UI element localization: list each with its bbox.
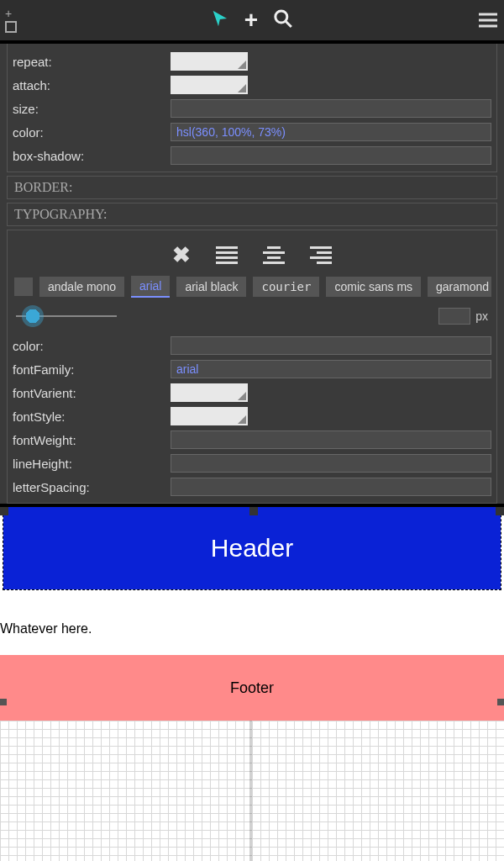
rect-tool-icon[interactable] xyxy=(5,21,17,33)
input-fontweight[interactable] xyxy=(171,430,491,449)
input-fontfamily[interactable]: arial xyxy=(171,360,491,378)
label-fontweight: fontWeight: xyxy=(13,433,164,447)
properties-panel: repeat: attach: size: color: hsl(360, 10… xyxy=(0,44,504,504)
design-canvas[interactable]: Header Whatever here. Footer xyxy=(0,507,504,861)
dropdown-fontstyle[interactable] xyxy=(171,407,248,425)
font-chip-row: andale monoarialarial blackcouriercomic … xyxy=(13,272,491,301)
font-none-chip[interactable] xyxy=(14,277,33,296)
font-chip-andale-mono[interactable]: andale mono xyxy=(39,277,124,297)
font-chip-arial-black[interactable]: arial black xyxy=(176,277,246,297)
add-small-icon[interactable]: + xyxy=(5,8,17,19)
align-right-icon[interactable] xyxy=(310,246,332,264)
font-chip-garamond[interactable]: garamond xyxy=(428,277,491,297)
svg-line-1 xyxy=(286,21,291,27)
search-icon[interactable] xyxy=(273,8,293,32)
canvas-header[interactable]: Header xyxy=(3,507,501,589)
font-chip-arial[interactable]: arial xyxy=(131,276,170,298)
font-chip-courier[interactable]: courier xyxy=(253,277,319,297)
px-label: px xyxy=(475,309,488,323)
menu-icon[interactable] xyxy=(479,13,497,28)
input-box-shadow[interactable] xyxy=(171,146,491,165)
dropdown-attach[interactable] xyxy=(171,76,248,94)
app-toolbar: + + xyxy=(0,0,504,40)
label-fontstyle: fontStyle: xyxy=(13,409,164,424)
align-center-icon[interactable] xyxy=(263,246,285,264)
add-icon[interactable]: + xyxy=(244,8,258,32)
background-group: repeat: attach: size: color: hsl(360, 10… xyxy=(7,44,497,172)
label-t-color: color: xyxy=(13,339,164,353)
page-edge-right xyxy=(497,699,504,705)
input-color[interactable]: hsl(360, 100%, 73%) xyxy=(171,123,491,141)
page-edge-left xyxy=(0,699,7,705)
typography-group: ✖ andale monoarialarial blackcouriercomi… xyxy=(7,230,497,504)
selection-handle-n[interactable] xyxy=(249,507,258,515)
label-size: size: xyxy=(13,102,164,116)
canvas-body-text[interactable]: Whatever here. xyxy=(0,621,92,637)
label-lineheight: lineHeight: xyxy=(13,457,164,471)
section-typography[interactable]: TYPOGRAPHY: xyxy=(7,203,497,226)
label-repeat: repeat: xyxy=(13,55,164,69)
selection-handle-nw[interactable] xyxy=(0,507,8,515)
label-color: color: xyxy=(13,125,164,140)
cursor-icon[interactable] xyxy=(211,9,229,31)
font-size-slider-row: px xyxy=(13,301,491,331)
align-row: ✖ xyxy=(13,246,491,264)
input-lineheight[interactable] xyxy=(171,454,491,473)
canvas-grid[interactable] xyxy=(0,721,504,861)
canvas-footer[interactable]: Footer xyxy=(0,655,504,721)
svg-point-0 xyxy=(276,11,287,23)
canvas-footer-text: Footer xyxy=(230,679,274,697)
dropdown-fontvarient[interactable] xyxy=(171,383,248,402)
dropdown-repeat[interactable] xyxy=(171,52,248,71)
align-clear-icon[interactable]: ✖ xyxy=(172,246,191,264)
label-attach: attach: xyxy=(13,78,164,92)
section-border[interactable]: BORDER: xyxy=(7,176,497,199)
label-fontfamily: fontFamily: xyxy=(13,362,164,377)
selection-handle-ne[interactable] xyxy=(496,507,504,515)
label-fontvarient: fontVarient: xyxy=(13,386,164,400)
input-letterspacing[interactable] xyxy=(171,478,491,496)
align-left-icon[interactable] xyxy=(216,246,238,264)
tool-pair: + xyxy=(5,8,17,33)
label-box-shadow: box-shadow: xyxy=(13,149,164,163)
input-size[interactable] xyxy=(171,99,491,118)
slider-thumb[interactable] xyxy=(22,305,44,327)
canvas-header-text: Header xyxy=(211,534,293,563)
font-size-input[interactable] xyxy=(438,308,470,325)
font-size-slider[interactable] xyxy=(16,315,117,317)
font-chip-comic-sans-ms[interactable]: comic sans ms xyxy=(326,277,421,297)
label-letterspacing: letterSpacing: xyxy=(13,480,164,494)
input-t-color[interactable] xyxy=(171,336,491,355)
